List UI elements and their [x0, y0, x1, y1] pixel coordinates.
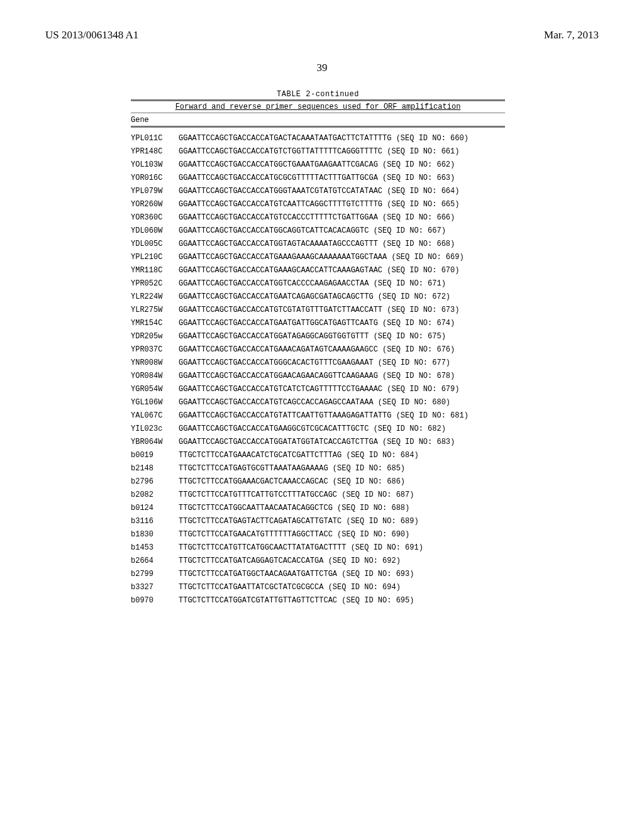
- gene-cell: YGR054W: [131, 385, 179, 393]
- publication-date: Mar. 7, 2013: [544, 29, 599, 42]
- sequence-cell: GGAATTCCAGCTGACCACCATGAATGATTGGCATGAGTTC…: [179, 319, 505, 327]
- table-row: b1453TTGCTCTTCCATGTTCATGGCAACTTATATGACTT…: [131, 541, 505, 554]
- table-body: YPL011CGGAATTCCAGCTGACCACCATGACTACAAATAA…: [131, 131, 505, 607]
- table-row: b1830TTGCTCTTCCATGAACATGTTTTTTAGGCTTACC …: [131, 528, 505, 541]
- page: US 2013/0061348 A1 Mar. 7, 2013 39 TABLE…: [0, 0, 644, 830]
- sequence-cell: GGAATTCCAGCTGACCACCATGAATCAGAGCGATAGCAGC…: [179, 293, 505, 301]
- gene-cell: b0970: [131, 597, 179, 604]
- table-row: YLR224WGGAATTCCAGCTGACCACCATGAATCAGAGCGA…: [131, 290, 505, 303]
- table-row: b3327TTGCTCTTCCATGAATTATCGCTATCGCGCCA (S…: [131, 580, 505, 594]
- table-row: YDL005CGGAATTCCAGCTGACCACCATGGTAGTACAAAA…: [131, 237, 505, 250]
- table-row: YGR054WGGAATTCCAGCTGACCACCATGTCATCTCAGTT…: [131, 382, 505, 396]
- table-row: YMR118CGGAATTCCAGCTGACCACCATGAAAGCAACCAT…: [131, 263, 505, 277]
- gene-cell: YOL103W: [131, 161, 179, 169]
- gene-cell: YDR205w: [131, 333, 179, 340]
- sequence-cell: GGAATTCCAGCTGACCACCATGGGCACACTGTTTCGAAGA…: [179, 359, 505, 367]
- gene-cell: YOR360C: [131, 214, 179, 221]
- sequence-cell: TTGCTCTTCCATGGATCGTATTGTTAGTTCTTCAC (SEQ…: [179, 597, 505, 604]
- table-row: YOR084WGGAATTCCAGCTGACCACCATGGAACAGAACAG…: [131, 369, 505, 382]
- table-row: YPR037CGGAATTCCAGCTGACCACCATGAAACAGATAGT…: [131, 343, 505, 356]
- table-row: b0019TTGCTCTTCCATGAAACATCTGCATCGATTCTTTA…: [131, 448, 505, 462]
- gene-cell: YDL005C: [131, 240, 179, 248]
- table-row: YIL023cGGAATTCCAGCTGACCACCATGAAGGCGTCGCA…: [131, 422, 505, 435]
- page-header: US 2013/0061348 A1 Mar. 7, 2013: [45, 29, 599, 42]
- gene-cell: YPR037C: [131, 346, 179, 353]
- table-row: b2799TTGCTCTTCCATGATGGCTAACAGAATGATTCTGA…: [131, 567, 505, 580]
- table-row: b3116TTGCTCTTCCATGAGTACTTCAGATAGCATTGTAT…: [131, 514, 505, 528]
- gene-cell: b3327: [131, 584, 179, 591]
- column-header-gene: Gene: [131, 114, 505, 126]
- sequence-cell: TTGCTCTTCCATGAAACATCTGCATCGATTCTTTAG (SE…: [179, 451, 505, 459]
- rule-top-2: [131, 126, 505, 128]
- gene-cell: YAL067C: [131, 412, 179, 419]
- table-row: YPL079WGGAATTCCAGCTGACCACCATGGGTAAATCGTA…: [131, 184, 505, 197]
- sequence-cell: GGAATTCCAGCTGACCACCATGTCATCTCAGTTTTTCCTG…: [179, 385, 505, 393]
- sequence-cell: TTGCTCTTCCATGAACATGTTTTTTAGGCTTACC (SEQ …: [179, 531, 505, 538]
- gene-cell: YMR154C: [131, 319, 179, 327]
- sequence-cell: GGAATTCCAGCTGACCACCATGAAAGAAAGCAAAAAAATG…: [179, 253, 505, 261]
- table-row: YDL060WGGAATTCCAGCTGACCACCATGGCAGGTCATTC…: [131, 224, 505, 237]
- gene-cell: YDL060W: [131, 227, 179, 235]
- table-title: TABLE 2-continued: [131, 91, 505, 98]
- gene-cell: b1830: [131, 531, 179, 538]
- sequence-cell: TTGCTCTTCCATGAGTACTTCAGATAGCATTGTATC (SE…: [179, 517, 505, 525]
- sequence-cell: GGAATTCCAGCTGACCACCATGGCTGAAATGAAGAATTCG…: [179, 161, 505, 169]
- table-row: b2148TTGCTCTTCCATGAGTGCGTTAAATAAGAAAAG (…: [131, 462, 505, 475]
- primer-table: TABLE 2-continued Forward and reverse pr…: [131, 91, 505, 607]
- gene-cell: b2799: [131, 570, 179, 578]
- gene-cell: YIL023c: [131, 425, 179, 433]
- gene-cell: YOR016C: [131, 174, 179, 182]
- gene-cell: YNR008W: [131, 359, 179, 367]
- sequence-cell: TTGCTCTTCCATGAATTATCGCTATCGCGCCA (SEQ ID…: [179, 584, 505, 591]
- table-row: b0124TTGCTCTTCCATGGCAATTAACAATACAGGCTCG …: [131, 501, 505, 514]
- sequence-cell: TTGCTCTTCCATGTTCATGGCAACTTATATGACTTTT (S…: [179, 544, 505, 551]
- table-row: YOR016CGGAATTCCAGCTGACCACCATGCGCGTTTTTAC…: [131, 171, 505, 184]
- sequence-cell: GGAATTCCAGCTGACCACCATGGGTAAATCGTATGTCCAT…: [179, 187, 505, 195]
- gene-cell: YPR148C: [131, 148, 179, 155]
- table-row: YPR148CGGAATTCCAGCTGACCACCATGTCTGGTTATTT…: [131, 145, 505, 158]
- sequence-cell: GGAATTCCAGCTGACCACCATGAAAGCAACCATTCAAAGA…: [179, 267, 505, 274]
- gene-cell: YMR118C: [131, 267, 179, 274]
- table-row: YMR154CGGAATTCCAGCTGACCACCATGAATGATTGGCA…: [131, 316, 505, 329]
- gene-cell: YLR275W: [131, 306, 179, 314]
- gene-cell: YOR260W: [131, 201, 179, 208]
- gene-cell: YGL106W: [131, 399, 179, 406]
- gene-cell: b2082: [131, 491, 179, 499]
- sequence-cell: TTGCTCTTCCATGATCAGGAGTCACACCATGA (SEQ ID…: [179, 557, 505, 565]
- gene-cell: b0019: [131, 451, 179, 459]
- table-row: YLR275WGGAATTCCAGCTGACCACCATGTCGTATGTTTG…: [131, 303, 505, 316]
- sequence-cell: TTGCTCTTCCATGAGTGCGTTAAATAAGAAAAG (SEQ I…: [179, 465, 505, 472]
- sequence-cell: GGAATTCCAGCTGACCACCATGTCAGCCACCAGAGCCAAT…: [179, 399, 505, 406]
- gene-cell: b2148: [131, 465, 179, 472]
- sequence-cell: GGAATTCCAGCTGACCACCATGACTACAAATAATGACTTC…: [179, 135, 505, 142]
- sequence-cell: GGAATTCCAGCTGACCACCATGGATAGAGGCAGGTGGTGT…: [179, 333, 505, 340]
- table-row: b2664TTGCTCTTCCATGATCAGGAGTCACACCATGA (S…: [131, 554, 505, 567]
- sequence-cell: GGAATTCCAGCTGACCACCATGGATATGGTATCACCAGTC…: [179, 438, 505, 446]
- gene-cell: YPL011C: [131, 135, 179, 142]
- sequence-cell: GGAATTCCAGCTGACCACCATGTCCACCCTTTTTCTGATT…: [179, 214, 505, 221]
- table-row: YPR052CGGAATTCCAGCTGACCACCATGGTCACCCCAAG…: [131, 277, 505, 290]
- sequence-cell: GGAATTCCAGCTGACCACCATGCGCGTTTTTACTTTGATT…: [179, 174, 505, 182]
- table-row: YPL011CGGAATTCCAGCTGACCACCATGACTACAAATAA…: [131, 131, 505, 145]
- sequence-cell: GGAATTCCAGCTGACCACCATGGTAGTACAAAATAGCCCA…: [179, 240, 505, 248]
- sequence-cell: GGAATTCCAGCTGACCACCATGAAACAGATAGTCAAAAGA…: [179, 346, 505, 353]
- gene-cell: YPL079W: [131, 187, 179, 195]
- table-row: YOL103WGGAATTCCAGCTGACCACCATGGCTGAAATGAA…: [131, 158, 505, 171]
- rule-top-1: [131, 99, 505, 101]
- page-number: 39: [45, 62, 599, 74]
- sequence-cell: GGAATTCCAGCTGACCACCATGGAACAGAACAGGTTCAAG…: [179, 372, 505, 380]
- table-row: YAL067CGGAATTCCAGCTGACCACCATGTATTCAATTGT…: [131, 409, 505, 422]
- rule-mid: [131, 113, 505, 113]
- sequence-cell: GGAATTCCAGCTGACCACCATGAAGGCGTCGCACATTTGC…: [179, 425, 505, 433]
- table-row: YDR205wGGAATTCCAGCTGACCACCATGGATAGAGGCAG…: [131, 329, 505, 343]
- gene-cell: YOR084W: [131, 372, 179, 380]
- table-row: YOR360CGGAATTCCAGCTGACCACCATGTCCACCCTTTT…: [131, 211, 505, 224]
- table-row: YBR064WGGAATTCCAGCTGACCACCATGGATATGGTATC…: [131, 435, 505, 448]
- sequence-cell: TTGCTCTTCCATGGAAACGACTCAAACCAGCAC (SEQ I…: [179, 478, 505, 485]
- table-row: YPL210CGGAATTCCAGCTGACCACCATGAAAGAAAGCAA…: [131, 250, 505, 263]
- sequence-cell: GGAATTCCAGCTGACCACCATGTATTCAATTGTTAAAGAG…: [179, 412, 505, 419]
- gene-cell: b2664: [131, 557, 179, 565]
- sequence-cell: TTGCTCTTCCATGGCAATTAACAATACAGGCTCG (SEQ …: [179, 504, 505, 512]
- table-row: b2082TTGCTCTTCCATGTTTCATTGTCCTTTATGCCAGC…: [131, 488, 505, 501]
- table-row: YNR008WGGAATTCCAGCTGACCACCATGGGCACACTGTT…: [131, 356, 505, 369]
